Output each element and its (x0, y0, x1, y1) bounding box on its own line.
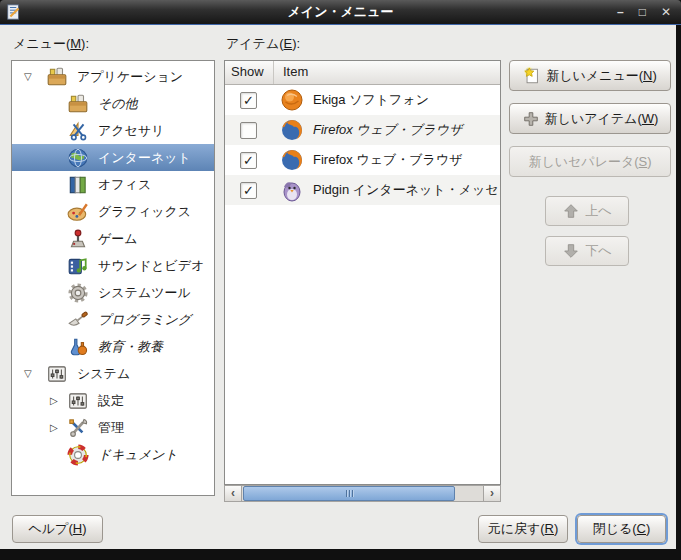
window-title: メイン・メニュー (0, 0, 681, 24)
scroll-right-button[interactable]: › (483, 486, 500, 501)
pidgin-icon (280, 178, 304, 202)
tree-item-label: ゲーム (98, 230, 138, 248)
item-row-ekiga[interactable]: ✓ Ekiga ソフトフォン (225, 85, 500, 115)
tree-item-administration[interactable]: ▷ 管理 (12, 414, 214, 441)
horizontal-scrollbar[interactable]: ‹ › (224, 485, 501, 502)
games-icon (67, 228, 89, 250)
tree-item-office[interactable]: オフィス (12, 171, 214, 198)
office-icon (67, 174, 89, 196)
button-label: 上へ (585, 202, 611, 220)
tree-item-label: オフィス (98, 176, 151, 194)
tree-item-label: 管理 (98, 419, 124, 437)
expander-open-icon[interactable]: ▽ (24, 368, 46, 379)
item-label: Pidgin インターネット・メッセン (313, 181, 501, 199)
tree-item-settings[interactable]: ▷ 設定 (12, 387, 214, 414)
menu-panel-label: メニュー(M): (13, 35, 89, 53)
menu-tree: ▽ アプリケーション その他 アクセサリ インターネット (11, 60, 215, 496)
window-titlebar[interactable]: メイン・メニュー – □ ✕ (0, 0, 681, 25)
firefox-icon (280, 118, 304, 142)
move-down-button[interactable]: 下へ (545, 236, 629, 266)
tree-item-accessories[interactable]: アクセサリ (12, 117, 214, 144)
button-label: 新しいアイテム(W) (545, 110, 659, 128)
tree-item-documents[interactable]: ドキュメント (12, 441, 214, 468)
button-label: ヘルプ(H) (29, 520, 87, 538)
administration-icon (67, 417, 89, 439)
button-label: 元に戻す(R) (488, 520, 559, 538)
button-label: 新しいセパレータ(S) (528, 153, 651, 171)
window-content: メニュー(M): アイテム(E): ▽ アプリケーション その他 アクセサリ (0, 25, 676, 549)
tree-item-label: アプリケーション (77, 68, 183, 86)
item-label: Firefox ウェブ・ブラウザ (313, 121, 462, 139)
expander-closed-icon[interactable]: ▷ (50, 395, 67, 406)
move-up-button[interactable]: 上へ (545, 196, 629, 226)
revert-button[interactable]: 元に戻す(R) (478, 515, 568, 543)
close-button[interactable]: 閉じる(C) (577, 515, 666, 543)
expander-open-icon[interactable]: ▽ (24, 71, 46, 82)
tree-item-label: サウンドとビデオ (98, 257, 204, 275)
applications-icon (67, 93, 89, 115)
item-row-firefox-hidden[interactable]: Firefox ウェブ・ブラウザ (225, 115, 500, 145)
tree-item-other[interactable]: その他 (12, 90, 214, 117)
documents-icon (67, 444, 89, 466)
item-list: Show Item ✓ Ekiga ソフトフォン Firefox ウェブ・ブラウ… (224, 60, 501, 485)
help-button[interactable]: ヘルプ(H) (12, 515, 103, 543)
scroll-thumb[interactable] (243, 486, 455, 501)
preferences-icon (67, 390, 89, 412)
items-panel-label: アイテム(E): (226, 35, 300, 53)
tree-item-games[interactable]: ゲーム (12, 225, 214, 252)
plus-icon (522, 110, 540, 128)
button-label: 下へ (585, 242, 611, 260)
close-window-button[interactable]: ✕ (661, 5, 671, 19)
education-icon (67, 336, 89, 358)
tree-item-label: その他 (98, 95, 138, 113)
arrow-down-icon (562, 242, 580, 260)
tree-item-applications[interactable]: ▽ アプリケーション (12, 63, 214, 90)
accessories-icon (67, 120, 89, 142)
tree-item-system[interactable]: ▽ システム (12, 360, 214, 387)
tree-item-label: プログラミング (98, 311, 191, 329)
programming-icon (67, 309, 89, 331)
expander-closed-icon[interactable]: ▷ (50, 422, 67, 433)
new-separator-button[interactable]: 新しいセパレータ(S) (509, 146, 671, 177)
tree-item-programming[interactable]: プログラミング (12, 306, 214, 333)
tree-item-label: ドキュメント (98, 446, 178, 464)
tree-item-graphics[interactable]: グラフィックス (12, 198, 214, 225)
show-checkbox[interactable]: ✓ (240, 152, 257, 169)
item-row-firefox[interactable]: ✓ Firefox ウェブ・ブラウザ (225, 145, 500, 175)
tree-item-label: 設定 (98, 392, 124, 410)
new-menu-button[interactable]: 新しいメニュー(N) (509, 60, 671, 91)
item-label: Firefox ウェブ・ブラウザ (313, 151, 462, 169)
new-item-button[interactable]: 新しいアイテム(W) (509, 103, 671, 134)
maximize-button[interactable]: □ (639, 5, 646, 19)
column-header-item[interactable]: Item (274, 61, 500, 84)
system-tools-icon (67, 282, 89, 304)
internet-globe-icon (67, 147, 89, 169)
tree-item-label: 教育・教養 (98, 338, 163, 356)
column-header-show[interactable]: Show (225, 61, 274, 84)
tree-item-label: インターネット (98, 149, 191, 167)
scroll-left-button[interactable]: ‹ (225, 486, 242, 501)
firefox-icon (280, 148, 304, 172)
preferences-icon (46, 363, 68, 385)
arrow-up-icon (562, 202, 580, 220)
new-menu-icon (523, 67, 541, 85)
tree-item-internet[interactable]: インターネット (12, 144, 214, 171)
ekiga-icon (280, 88, 304, 112)
applications-icon (46, 66, 68, 88)
tree-item-sound-video[interactable]: サウンドとビデオ (12, 252, 214, 279)
item-row-pidgin[interactable]: ✓ Pidgin インターネット・メッセン (225, 175, 500, 205)
minimize-button[interactable]: – (617, 5, 624, 19)
scroll-track[interactable] (242, 486, 483, 501)
tree-item-label: グラフィックス (98, 203, 191, 221)
tree-item-system-tools[interactable]: システムツール (12, 279, 214, 306)
main-menu-window: メイン・メニュー – □ ✕ メニュー(M): アイテム(E): ▽ アプリケー… (0, 0, 681, 560)
show-checkbox[interactable]: ✓ (240, 182, 257, 199)
button-label: 閉じる(C) (593, 520, 651, 538)
button-label: 新しいメニュー(N) (546, 67, 657, 85)
graphics-icon (67, 201, 89, 223)
sound-video-icon (67, 255, 89, 277)
show-checkbox[interactable]: ✓ (240, 92, 257, 109)
tree-item-education[interactable]: 教育・教養 (12, 333, 214, 360)
tree-item-label: アクセサリ (98, 122, 165, 140)
show-checkbox[interactable] (240, 122, 257, 139)
